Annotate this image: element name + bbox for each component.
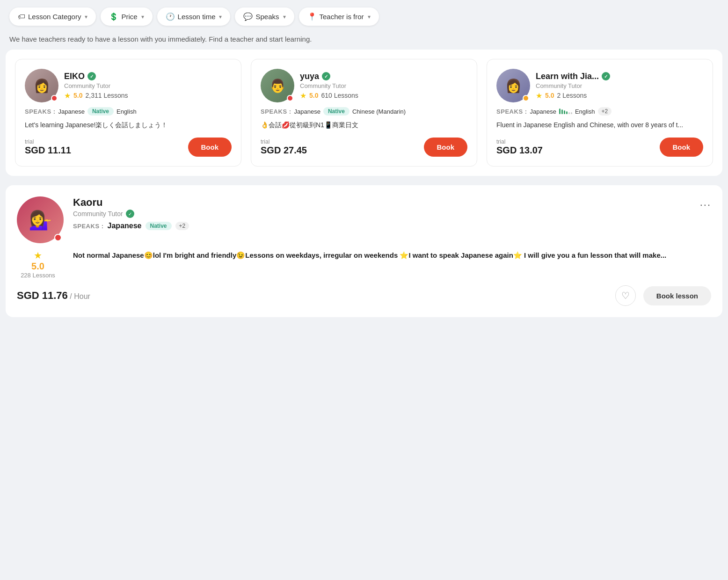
teacher-name: yuya — [300, 72, 319, 81]
online-indicator — [287, 95, 293, 102]
language-chinese: Chinese (Mandarin) — [352, 108, 406, 115]
book-button[interactable]: Book — [424, 138, 468, 157]
star-icon: ★ — [34, 250, 42, 261]
teacher-name-row: EIKO ✓ — [64, 72, 232, 81]
speaks-label: SPEAKS : — [496, 108, 527, 115]
bar6 — [571, 112, 572, 114]
plus-badge: +2 — [598, 107, 612, 116]
language-english: English — [575, 108, 595, 115]
price-block: trial SGD 13.07 — [496, 138, 543, 156]
trial-price: SGD 11.11 — [25, 145, 71, 156]
book-lesson-button[interactable]: Book lesson — [643, 286, 711, 305]
speaks-label: SPEAKS : — [261, 108, 291, 115]
bottom-card: 💁‍♀️ Kaoru ... Community Tutor ✓ SPEAKS … — [17, 196, 711, 306]
speaks-filter[interactable]: 💬 Speaks ▾ — [235, 7, 294, 26]
bar2 — [561, 109, 563, 114]
language-japanese: Japanese — [58, 108, 85, 115]
rating-row: ★ 5.0 610 Lessons — [300, 91, 467, 100]
language-japanese: Japanese — [108, 222, 142, 230]
price-block: trial SGD 27.45 — [261, 138, 307, 156]
teacher-card-eiko: 👩 EIKO ✓ Community Tutor ★ 5.0 2,311 Les… — [15, 59, 241, 167]
pricing-row: trial SGD 11.11 Book — [25, 138, 232, 157]
price-block: trial SGD 11.11 — [25, 138, 71, 156]
trial-label: trial — [25, 138, 71, 145]
speaks-label: SPEAKS : — [25, 108, 56, 115]
chevron-icon: ▾ — [219, 14, 222, 20]
rating-value: 5.0 — [545, 92, 554, 99]
bottom-teacher-section: 💁‍♀️ Kaoru ... Community Tutor ✓ SPEAKS … — [6, 185, 722, 317]
price-block: SGD 11.76 / Hour — [17, 290, 90, 302]
card-header: 👨 yuya ✓ Community Tutor ★ 5.0 610 Lesso… — [261, 69, 467, 102]
speaks-row: SPEAKS : Japanese English +2 — [496, 107, 703, 116]
filter-label: Lesson time — [178, 13, 216, 21]
pricing-row: trial SGD 27.45 Book — [261, 138, 467, 157]
chevron-icon: ▾ — [368, 14, 371, 20]
lessons-count: 2 Lessons — [557, 92, 587, 99]
bottom-speaks-row: SPEAKS : Japanese Native +2 — [73, 222, 711, 230]
teacher-card-yuya: 👨 yuya ✓ Community Tutor ★ 5.0 610 Lesso… — [251, 59, 477, 167]
card-header: 👩 Learn with Jia... ✓ Community Tutor ★ … — [496, 69, 703, 102]
teacher-from-filter[interactable]: 📍 Teacher is fror ▾ — [299, 7, 379, 26]
star-icon: ★ — [536, 91, 542, 100]
trial-price: SGD 27.45 — [261, 145, 307, 156]
trial-price: SGD 13.07 — [496, 145, 543, 156]
verified-badge: ✓ — [602, 72, 610, 80]
bottom-header: 💁‍♀️ Kaoru ... Community Tutor ✓ SPEAKS … — [17, 196, 711, 243]
chevron-icon: ▾ — [283, 14, 286, 20]
action-buttons: ♡ Book lesson — [615, 285, 711, 306]
teacher-description: Fluent in Japanese English and Chinese, … — [496, 120, 703, 130]
price-filter[interactable]: 💲 Price ▾ — [101, 7, 152, 26]
teacher-name-row: Learn with Jia... ✓ — [536, 72, 703, 81]
card-header: 👩 EIKO ✓ Community Tutor ★ 5.0 2,311 Les… — [25, 69, 232, 102]
avatar-wrap: 👩 — [496, 69, 530, 102]
lessons-count: 610 Lessons — [321, 92, 358, 99]
clock-icon: 🕐 — [166, 12, 175, 21]
teacher-role: Community Tutor — [536, 82, 703, 89]
verified-badge: ✓ — [322, 72, 330, 80]
rating-column: ★ 5.0 228 Lessons — [17, 250, 59, 279]
cards-grid: 👩 EIKO ✓ Community Tutor ★ 5.0 2,311 Les… — [15, 59, 713, 167]
plus-badge: +2 — [175, 222, 189, 230]
native-badge: Native — [323, 107, 349, 116]
book-button[interactable]: Book — [188, 138, 232, 157]
rating-value: 5.0 — [31, 261, 44, 272]
bottom-role-row: Community Tutor ✓ — [73, 210, 711, 218]
teacher-role: Community Tutor — [300, 82, 467, 89]
star-icon: ★ — [300, 91, 306, 100]
bar5 — [568, 112, 570, 114]
bottom-info: Kaoru ... Community Tutor ✓ SPEAKS : Jap… — [73, 196, 711, 230]
teacher-card-jia: 👩 Learn with Jia... ✓ Community Tutor ★ … — [487, 59, 713, 167]
online-indicator — [523, 95, 529, 102]
trial-label: trial — [496, 138, 543, 145]
pricing-row: trial SGD 13.07 Book — [496, 138, 703, 157]
speaks-label: SPEAKS : — [73, 223, 104, 230]
tag-icon: 🏷 — [18, 13, 25, 21]
verified-badge: ✓ — [87, 72, 96, 80]
bar3 — [564, 110, 565, 114]
dollar-icon: 💲 — [109, 12, 118, 21]
online-indicator — [54, 234, 62, 241]
teacher-description: 👌会話💋從初級到N1📱商業日文 — [261, 120, 467, 130]
language-japanese: Japanese — [294, 108, 320, 115]
lesson-time-filter[interactable]: 🕐 Lesson time ▾ — [157, 7, 231, 26]
favorite-button[interactable]: ♡ — [615, 285, 636, 306]
lesson-category-filter[interactable]: 🏷 Lesson Category ▾ — [9, 7, 96, 26]
online-indicator — [51, 95, 58, 102]
avatar-wrap: 👨 — [261, 69, 294, 102]
chevron-icon: ▾ — [141, 14, 144, 20]
rating-value: 5.0 — [309, 92, 318, 99]
teacher-name: EIKO — [64, 72, 85, 81]
rating-row: ★ 5.0 2,311 Lessons — [64, 91, 232, 100]
filter-label: Lesson Category — [28, 13, 81, 21]
star-icon: ★ — [64, 91, 71, 100]
bottom-name-row: Kaoru ... — [73, 196, 711, 209]
filter-label: Teacher is fror — [320, 13, 364, 21]
filter-label: Speaks — [255, 13, 279, 21]
book-button[interactable]: Book — [660, 138, 704, 157]
chevron-icon: ▾ — [85, 14, 87, 20]
bar1 — [559, 109, 561, 114]
filter-bar: 🏷 Lesson Category ▾ 💲 Price ▾ 🕐 Lesson t… — [0, 0, 728, 33]
price-value: SGD 11.76 — [17, 290, 68, 301]
bottom-body: ★ 5.0 228 Lessons Not normal Japanese😊lo… — [17, 250, 711, 279]
more-options-icon[interactable]: ... — [700, 196, 711, 209]
